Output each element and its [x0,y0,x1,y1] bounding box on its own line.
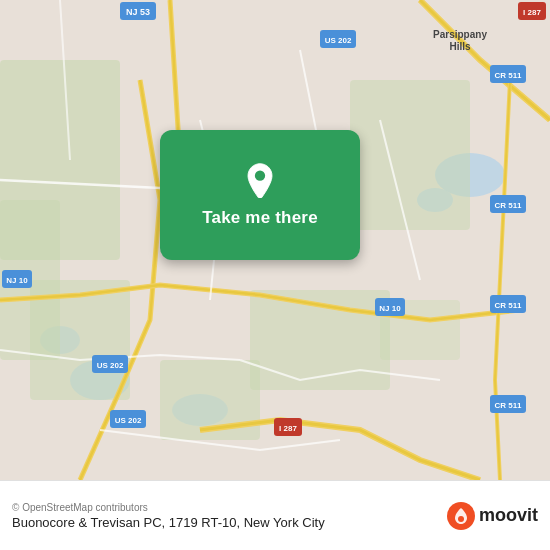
moovit-icon [447,502,475,530]
take-me-there-card[interactable]: Take me there [160,130,360,260]
svg-text:NJ 10: NJ 10 [6,276,28,285]
svg-text:US 202: US 202 [115,416,142,425]
svg-text:I 287: I 287 [523,8,541,17]
moovit-logo: moovit [447,502,538,530]
moovit-text: moovit [479,505,538,526]
svg-text:US 202: US 202 [325,36,352,45]
map-area: NJ 53 I 287 US 202 NJ 10 US 202 US 202 N… [0,0,550,480]
svg-text:I 287: I 287 [279,424,297,433]
svg-text:CR 511: CR 511 [494,401,522,410]
svg-point-39 [255,171,265,181]
svg-text:CR 511: CR 511 [494,71,522,80]
svg-text:Hills: Hills [449,41,471,52]
bottom-bar: © OpenStreetMap contributors Buonocore &… [0,480,550,550]
svg-text:CR 511: CR 511 [494,301,522,310]
bottom-info: © OpenStreetMap contributors Buonocore &… [12,502,447,530]
svg-text:NJ 10: NJ 10 [379,304,401,313]
location-text: Buonocore & Trevisan PC, 1719 RT-10, New… [12,515,447,530]
svg-point-41 [458,516,464,522]
location-pin-icon [242,162,278,198]
svg-text:US 202: US 202 [97,361,124,370]
osm-attribution: © OpenStreetMap contributors [12,502,447,513]
svg-text:Parsippany: Parsippany [433,29,487,40]
svg-text:NJ 53: NJ 53 [126,7,150,17]
take-me-there-label: Take me there [202,208,318,228]
svg-rect-8 [350,80,470,230]
svg-text:CR 511: CR 511 [494,201,522,210]
